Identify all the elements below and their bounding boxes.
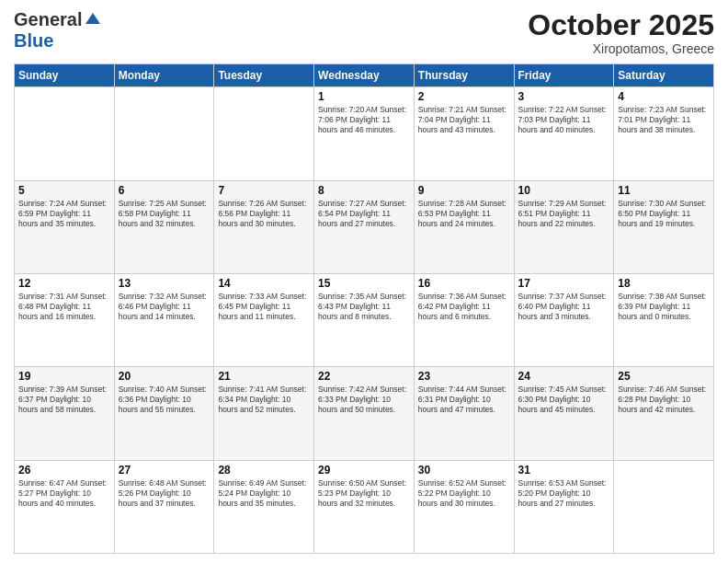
month-title: October 2025: [528, 9, 714, 41]
day-info: Sunrise: 7:39 AM Sunset: 6:37 PM Dayligh…: [18, 385, 110, 415]
day-number: 9: [418, 184, 510, 197]
logo-icon: [84, 11, 102, 29]
day-number: 12: [18, 277, 110, 290]
day-cell: 28Sunrise: 6:49 AM Sunset: 5:24 PM Dayli…: [214, 460, 314, 553]
day-info: Sunrise: 6:50 AM Sunset: 5:23 PM Dayligh…: [318, 478, 410, 509]
day-cell: 6Sunrise: 7:25 AM Sunset: 6:58 PM Daylig…: [114, 180, 214, 273]
day-info: Sunrise: 7:41 AM Sunset: 6:34 PM Dayligh…: [218, 385, 310, 415]
day-cell: 25Sunrise: 7:46 AM Sunset: 6:28 PM Dayli…: [614, 367, 714, 460]
day-info: Sunrise: 7:27 AM Sunset: 6:54 PM Dayligh…: [318, 199, 410, 229]
day-info: Sunrise: 7:46 AM Sunset: 6:28 PM Dayligh…: [618, 385, 710, 415]
day-number: 15: [318, 277, 410, 290]
day-info: Sunrise: 7:37 AM Sunset: 6:40 PM Dayligh…: [518, 292, 610, 322]
day-number: 8: [318, 184, 410, 197]
day-number: 3: [518, 90, 610, 103]
day-cell: 30Sunrise: 6:52 AM Sunset: 5:22 PM Dayli…: [414, 460, 514, 553]
day-info: Sunrise: 7:42 AM Sunset: 6:33 PM Dayligh…: [318, 385, 410, 415]
day-number: 13: [119, 277, 210, 290]
svg-marker-0: [85, 13, 100, 24]
title-block: October 2025 Xiropotamos, Greece: [528, 9, 714, 56]
day-info: Sunrise: 7:26 AM Sunset: 6:56 PM Dayligh…: [218, 199, 310, 229]
day-header-thursday: Thursday: [414, 64, 514, 87]
day-cell: 13Sunrise: 7:32 AM Sunset: 6:46 PM Dayli…: [114, 273, 214, 366]
day-cell: 22Sunrise: 7:42 AM Sunset: 6:33 PM Dayli…: [314, 367, 415, 460]
day-info: Sunrise: 7:25 AM Sunset: 6:58 PM Dayligh…: [119, 199, 210, 229]
day-cell: 29Sunrise: 6:50 AM Sunset: 5:23 PM Dayli…: [314, 460, 415, 553]
day-cell: 21Sunrise: 7:41 AM Sunset: 6:34 PM Dayli…: [214, 367, 314, 460]
page: General Blue October 2025 Xiropotamos, G…: [0, 0, 728, 563]
day-cell: [614, 460, 714, 553]
day-info: Sunrise: 7:21 AM Sunset: 7:04 PM Dayligh…: [418, 105, 510, 135]
day-header-monday: Monday: [114, 64, 214, 87]
day-info: Sunrise: 7:36 AM Sunset: 6:42 PM Dayligh…: [418, 292, 510, 322]
day-number: 22: [318, 370, 410, 383]
day-cell: 18Sunrise: 7:38 AM Sunset: 6:39 PM Dayli…: [614, 273, 714, 366]
day-header-friday: Friday: [514, 64, 614, 87]
day-number: 18: [618, 277, 710, 290]
day-number: 29: [318, 464, 410, 477]
day-info: Sunrise: 7:38 AM Sunset: 6:39 PM Dayligh…: [618, 292, 710, 322]
day-cell: 20Sunrise: 7:40 AM Sunset: 6:36 PM Dayli…: [114, 367, 214, 460]
day-number: 19: [18, 370, 110, 383]
day-info: Sunrise: 7:35 AM Sunset: 6:43 PM Dayligh…: [318, 292, 410, 322]
day-cell: 26Sunrise: 6:47 AM Sunset: 5:27 PM Dayli…: [15, 460, 115, 553]
day-cell: 11Sunrise: 7:30 AM Sunset: 6:50 PM Dayli…: [614, 180, 714, 273]
day-cell: 15Sunrise: 7:35 AM Sunset: 6:43 PM Dayli…: [314, 273, 415, 366]
day-info: Sunrise: 7:29 AM Sunset: 6:51 PM Dayligh…: [518, 199, 610, 229]
day-number: 1: [318, 90, 410, 103]
day-info: Sunrise: 6:48 AM Sunset: 5:26 PM Dayligh…: [119, 478, 210, 509]
day-cell: [214, 87, 314, 180]
day-number: 27: [119, 464, 210, 477]
day-info: Sunrise: 6:52 AM Sunset: 5:22 PM Dayligh…: [418, 478, 510, 509]
day-header-sunday: Sunday: [15, 64, 115, 87]
day-header-wednesday: Wednesday: [314, 64, 415, 87]
calendar-table: SundayMondayTuesdayWednesdayThursdayFrid…: [14, 63, 714, 554]
day-info: Sunrise: 7:45 AM Sunset: 6:30 PM Dayligh…: [518, 385, 610, 415]
day-info: Sunrise: 7:33 AM Sunset: 6:45 PM Dayligh…: [218, 292, 310, 322]
day-number: 24: [518, 370, 610, 383]
day-cell: 8Sunrise: 7:27 AM Sunset: 6:54 PM Daylig…: [314, 180, 415, 273]
header-row: SundayMondayTuesdayWednesdayThursdayFrid…: [15, 64, 714, 87]
day-cell: 31Sunrise: 6:53 AM Sunset: 5:20 PM Dayli…: [514, 460, 614, 553]
day-info: Sunrise: 7:22 AM Sunset: 7:03 PM Dayligh…: [518, 105, 610, 135]
day-cell: 4Sunrise: 7:23 AM Sunset: 7:01 PM Daylig…: [614, 87, 714, 180]
logo-general-text: General: [14, 9, 82, 30]
day-number: 6: [119, 184, 210, 197]
day-header-tuesday: Tuesday: [214, 64, 314, 87]
day-cell: 23Sunrise: 7:44 AM Sunset: 6:31 PM Dayli…: [414, 367, 514, 460]
day-cell: 9Sunrise: 7:28 AM Sunset: 6:53 PM Daylig…: [414, 180, 514, 273]
day-cell: 19Sunrise: 7:39 AM Sunset: 6:37 PM Dayli…: [15, 367, 115, 460]
day-cell: 14Sunrise: 7:33 AM Sunset: 6:45 PM Dayli…: [214, 273, 314, 366]
week-row-4: 19Sunrise: 7:39 AM Sunset: 6:37 PM Dayli…: [15, 367, 714, 460]
day-number: 4: [618, 90, 710, 103]
day-number: 31: [518, 464, 610, 477]
day-cell: 16Sunrise: 7:36 AM Sunset: 6:42 PM Dayli…: [414, 273, 514, 366]
day-number: 17: [518, 277, 610, 290]
day-cell: 1Sunrise: 7:20 AM Sunset: 7:06 PM Daylig…: [314, 87, 415, 180]
logo: General Blue: [14, 9, 102, 52]
day-cell: 12Sunrise: 7:31 AM Sunset: 6:48 PM Dayli…: [15, 273, 115, 366]
location-subtitle: Xiropotamos, Greece: [528, 41, 714, 56]
day-info: Sunrise: 7:23 AM Sunset: 7:01 PM Dayligh…: [618, 105, 710, 135]
day-number: 20: [119, 370, 210, 383]
day-cell: 24Sunrise: 7:45 AM Sunset: 6:30 PM Dayli…: [514, 367, 614, 460]
logo-blue-text: Blue: [14, 30, 53, 52]
day-number: 14: [218, 277, 310, 290]
day-number: 30: [418, 464, 510, 477]
day-header-saturday: Saturday: [614, 64, 714, 87]
week-row-2: 5Sunrise: 7:24 AM Sunset: 6:59 PM Daylig…: [15, 180, 714, 273]
day-info: Sunrise: 7:32 AM Sunset: 6:46 PM Dayligh…: [119, 292, 210, 322]
week-row-5: 26Sunrise: 6:47 AM Sunset: 5:27 PM Dayli…: [15, 460, 714, 553]
day-number: 11: [618, 184, 710, 197]
day-number: 21: [218, 370, 310, 383]
week-row-3: 12Sunrise: 7:31 AM Sunset: 6:48 PM Dayli…: [15, 273, 714, 366]
day-number: 5: [18, 184, 110, 197]
day-number: 16: [418, 277, 510, 290]
day-cell: 5Sunrise: 7:24 AM Sunset: 6:59 PM Daylig…: [15, 180, 115, 273]
day-cell: [114, 87, 214, 180]
day-info: Sunrise: 7:44 AM Sunset: 6:31 PM Dayligh…: [418, 385, 510, 415]
day-info: Sunrise: 6:49 AM Sunset: 5:24 PM Dayligh…: [218, 478, 310, 509]
day-cell: 17Sunrise: 7:37 AM Sunset: 6:40 PM Dayli…: [514, 273, 614, 366]
day-info: Sunrise: 7:28 AM Sunset: 6:53 PM Dayligh…: [418, 199, 510, 229]
day-cell: 27Sunrise: 6:48 AM Sunset: 5:26 PM Dayli…: [114, 460, 214, 553]
